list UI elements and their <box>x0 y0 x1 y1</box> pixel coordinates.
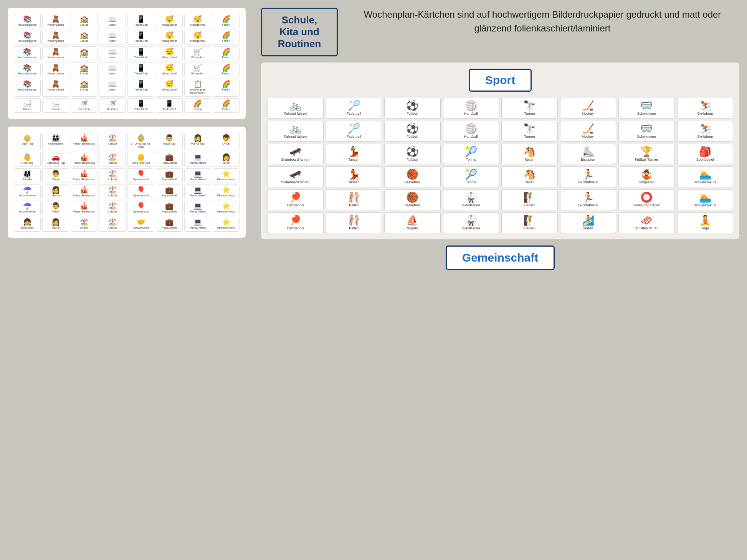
sport-label: Schwimm-kurs <box>694 180 716 184</box>
card-icon: 🎪 <box>80 154 88 161</box>
card-icon: 🌈 <box>222 32 230 39</box>
card-icon: 📱 <box>165 100 174 107</box>
top-card-item: 🛒Einkaufen <box>184 46 211 61</box>
card-icon: 💻 <box>193 186 202 193</box>
card-label: Papa Arbeit <box>162 161 177 165</box>
card-label: Wochenende <box>19 210 36 213</box>
sport-label: Fußball <box>407 135 418 139</box>
gemeinschaft-header: Gemeinschaft <box>261 245 739 270</box>
card-icon: 🏖️ <box>108 135 117 142</box>
card-label: Baden <box>51 108 60 111</box>
card-icon: 😴 <box>165 32 174 39</box>
sport-icon: 🏆 <box>640 147 653 156</box>
sport-icon: ⚽ <box>406 124 418 133</box>
card-icon: 👵 <box>23 154 31 161</box>
card-label: Ferien-Betreuung <box>73 161 95 165</box>
card-icon: 📚 <box>23 32 31 39</box>
bottom-card-item: ⭐Übernachtung <box>213 168 240 183</box>
top-card-item: 📖Lesen <box>99 46 126 61</box>
sport-label: Reiten <box>524 158 534 162</box>
card-label: Papa-Tag <box>163 142 175 145</box>
top-card-item: 📖Lesen <box>99 63 126 77</box>
top-card-item: 😴Mittagschlaf <box>184 30 211 44</box>
card-label: Urlaub <box>108 210 117 213</box>
sport-icon: 🏸 <box>348 100 360 110</box>
top-card-item: 🏫Schule <box>71 14 98 28</box>
card-label: Urlaub <box>108 142 117 145</box>
card-icon: 🚗 <box>51 154 60 161</box>
card-label: Einkaufen <box>191 72 204 75</box>
sport-card-item: 🥽Schwimmen <box>618 121 675 142</box>
sport-card-item: 🚲Fahrrad fahren <box>267 98 324 119</box>
card-label: Papa Arbeit <box>162 210 177 213</box>
card-icon: 👴 <box>137 154 145 161</box>
card-icon: 📱 <box>137 48 145 55</box>
card-label: Spielzeug-Tag <box>46 161 65 165</box>
top-card-item: 🚿Duschen <box>71 98 98 113</box>
sport-icon: 🏄 <box>582 215 594 225</box>
sport-section: Sport 🚲Fahrrad fahren🏸Federball⚽Fußball🏐… <box>261 63 739 239</box>
card-icon: 😴 <box>193 16 202 23</box>
card-icon: 💻 <box>193 154 202 161</box>
card-label: Tablet-Zeit <box>134 40 147 43</box>
card-label: Mittagschlaf <box>162 56 177 59</box>
sport-icon: 🏊 <box>699 169 711 179</box>
top-card-item: 📖Lesen <box>99 30 126 44</box>
bottom-card-item: 💻Mama Arbeit <box>184 184 211 199</box>
sport-icon: 🚲 <box>289 124 301 133</box>
sport-label: Hockey <box>582 112 594 116</box>
card-icon: 💼 <box>165 219 174 226</box>
card-label: Hausaufgaben <box>18 40 37 43</box>
bottom-card-item: 👨‍👩‍👧Familienzeit <box>42 133 69 151</box>
card-label: Übernachtung <box>217 178 235 181</box>
card-label: Spielbesuch <box>133 178 149 181</box>
card-icon: 😴 <box>165 16 174 23</box>
bottom-card-item: ⭐Übernachtung <box>213 217 240 231</box>
card-label: Mama Arbeit <box>190 161 206 165</box>
card-icon: 🎪 <box>80 203 88 209</box>
card-label: Ferien <box>222 23 230 26</box>
top-card-item: 🏫Schule <box>71 79 98 97</box>
sport-card-item: 🏐Handball <box>443 121 499 142</box>
card-label: Schule <box>80 40 89 43</box>
bottom-card-item: 👵Ur-Oma und Ur-Opa <box>127 133 154 151</box>
sport-label: Hockey <box>582 135 594 139</box>
card-icon: 🚿 <box>108 100 117 107</box>
sport-card-item: 🥋Judo/Karate <box>443 212 499 233</box>
bottom-card-item: 🎪Ferien-Betreuung <box>71 133 98 151</box>
sport-icon: 🛷 <box>640 215 653 225</box>
sport-label: Ballett <box>349 203 359 208</box>
card-label: Mama-Tag <box>191 142 204 145</box>
card-label: Mittagschlaf <box>190 23 205 26</box>
bottom-card-item: 🏖️Urlaub <box>71 217 98 231</box>
card-icon: 🏫 <box>80 48 88 55</box>
sport-label: Basketball <box>404 203 420 208</box>
bottom-card-item: 👨Papa-Tag <box>156 133 183 151</box>
card-icon: 🏖️ <box>108 170 117 177</box>
top-card-item: 🌈Ferien <box>184 98 211 113</box>
card-label: Lesen <box>109 40 116 43</box>
card-label: Urlaub <box>108 194 117 197</box>
sport-label: Federball <box>347 135 361 139</box>
card-icon: 📖 <box>108 81 117 87</box>
card-label: Tablet-Zeit <box>134 88 147 91</box>
sport-label: Sportbeutel <box>696 158 714 162</box>
sport-label: Leichtathletik <box>578 180 598 184</box>
sport-card-item: 🛷Schlitten fahren <box>618 212 675 233</box>
sport-icon: 💃 <box>348 147 360 156</box>
bottom-card-item: 🏖️Urlaub <box>99 168 126 183</box>
card-icon: 🛁 <box>23 100 31 107</box>
bottom-card-item: 🎪Ferien-Betreuung <box>71 184 98 199</box>
sport-icon: 🤹 <box>640 169 653 179</box>
sport-card-item: 🛹Skateboard fahren <box>267 166 324 187</box>
sport-icon: 🥽 <box>640 100 653 110</box>
card-label: Ferien <box>222 56 230 59</box>
bottom-card-item: 👩Mama-Tag <box>184 133 211 151</box>
sport-icon: 🏒 <box>582 100 594 110</box>
sport-icon: 🎾 <box>465 147 477 156</box>
sport-label: Schlitten fahren <box>635 226 659 231</box>
sport-card-item: 🥋Judo/Karate <box>443 189 499 210</box>
top-card-item: 😴Mittagschlaf <box>156 79 183 97</box>
card-label: Übernachtung <box>217 226 235 229</box>
bottom-card-item: 💼Papa Arbeit <box>156 184 183 199</box>
